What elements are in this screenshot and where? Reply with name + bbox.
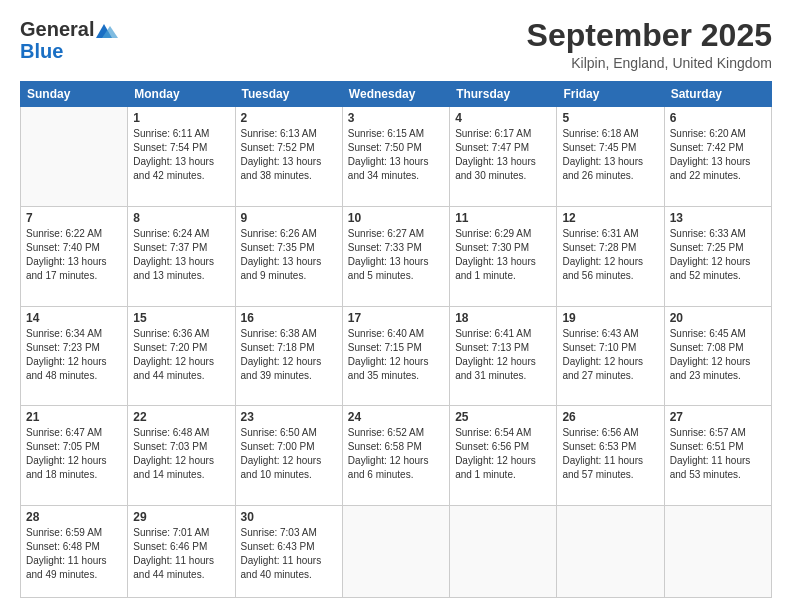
weekday-header: Thursday [450, 82, 557, 107]
cell-info: Sunrise: 6:59 AM Sunset: 6:48 PM Dayligh… [26, 526, 122, 582]
calendar-cell: 21Sunrise: 6:47 AM Sunset: 7:05 PM Dayli… [21, 406, 128, 506]
calendar-cell: 4Sunrise: 6:17 AM Sunset: 7:47 PM Daylig… [450, 107, 557, 207]
cell-info: Sunrise: 6:40 AM Sunset: 7:15 PM Dayligh… [348, 327, 444, 383]
cell-info: Sunrise: 6:22 AM Sunset: 7:40 PM Dayligh… [26, 227, 122, 283]
calendar-cell: 1Sunrise: 6:11 AM Sunset: 7:54 PM Daylig… [128, 107, 235, 207]
cell-info: Sunrise: 6:13 AM Sunset: 7:52 PM Dayligh… [241, 127, 337, 183]
page: General Blue September 2025 Kilpin, Engl… [0, 0, 792, 612]
cell-info: Sunrise: 6:45 AM Sunset: 7:08 PM Dayligh… [670, 327, 766, 383]
calendar-cell [342, 506, 449, 598]
calendar-cell: 6Sunrise: 6:20 AM Sunset: 7:42 PM Daylig… [664, 107, 771, 207]
cell-info: Sunrise: 6:15 AM Sunset: 7:50 PM Dayligh… [348, 127, 444, 183]
month-title: September 2025 [527, 18, 772, 53]
calendar-cell: 3Sunrise: 6:15 AM Sunset: 7:50 PM Daylig… [342, 107, 449, 207]
day-number: 16 [241, 311, 337, 325]
calendar-cell: 2Sunrise: 6:13 AM Sunset: 7:52 PM Daylig… [235, 107, 342, 207]
day-number: 7 [26, 211, 122, 225]
calendar-cell: 7Sunrise: 6:22 AM Sunset: 7:40 PM Daylig… [21, 206, 128, 306]
cell-info: Sunrise: 6:56 AM Sunset: 6:53 PM Dayligh… [562, 426, 658, 482]
day-number: 10 [348, 211, 444, 225]
cell-info: Sunrise: 6:18 AM Sunset: 7:45 PM Dayligh… [562, 127, 658, 183]
calendar-cell: 17Sunrise: 6:40 AM Sunset: 7:15 PM Dayli… [342, 306, 449, 406]
day-number: 4 [455, 111, 551, 125]
day-number: 17 [348, 311, 444, 325]
cell-info: Sunrise: 6:54 AM Sunset: 6:56 PM Dayligh… [455, 426, 551, 482]
calendar-week-row: 7Sunrise: 6:22 AM Sunset: 7:40 PM Daylig… [21, 206, 772, 306]
calendar-table: SundayMondayTuesdayWednesdayThursdayFrid… [20, 81, 772, 598]
day-number: 9 [241, 211, 337, 225]
cell-info: Sunrise: 6:27 AM Sunset: 7:33 PM Dayligh… [348, 227, 444, 283]
day-number: 12 [562, 211, 658, 225]
day-number: 11 [455, 211, 551, 225]
weekday-header: Saturday [664, 82, 771, 107]
cell-info: Sunrise: 6:33 AM Sunset: 7:25 PM Dayligh… [670, 227, 766, 283]
weekday-header: Monday [128, 82, 235, 107]
calendar-cell: 9Sunrise: 6:26 AM Sunset: 7:35 PM Daylig… [235, 206, 342, 306]
logo-blue: Blue [20, 41, 63, 61]
cell-info: Sunrise: 6:41 AM Sunset: 7:13 PM Dayligh… [455, 327, 551, 383]
cell-info: Sunrise: 6:26 AM Sunset: 7:35 PM Dayligh… [241, 227, 337, 283]
cell-info: Sunrise: 6:11 AM Sunset: 7:54 PM Dayligh… [133, 127, 229, 183]
calendar-cell: 19Sunrise: 6:43 AM Sunset: 7:10 PM Dayli… [557, 306, 664, 406]
cell-info: Sunrise: 6:48 AM Sunset: 7:03 PM Dayligh… [133, 426, 229, 482]
calendar-cell: 24Sunrise: 6:52 AM Sunset: 6:58 PM Dayli… [342, 406, 449, 506]
weekday-header: Friday [557, 82, 664, 107]
calendar-cell: 12Sunrise: 6:31 AM Sunset: 7:28 PM Dayli… [557, 206, 664, 306]
logo-general: General [20, 18, 94, 41]
calendar-cell: 20Sunrise: 6:45 AM Sunset: 7:08 PM Dayli… [664, 306, 771, 406]
calendar-week-row: 14Sunrise: 6:34 AM Sunset: 7:23 PM Dayli… [21, 306, 772, 406]
day-number: 13 [670, 211, 766, 225]
cell-info: Sunrise: 6:52 AM Sunset: 6:58 PM Dayligh… [348, 426, 444, 482]
calendar-cell: 16Sunrise: 6:38 AM Sunset: 7:18 PM Dayli… [235, 306, 342, 406]
calendar-cell: 14Sunrise: 6:34 AM Sunset: 7:23 PM Dayli… [21, 306, 128, 406]
cell-info: Sunrise: 6:34 AM Sunset: 7:23 PM Dayligh… [26, 327, 122, 383]
day-number: 29 [133, 510, 229, 524]
day-number: 30 [241, 510, 337, 524]
calendar-cell: 8Sunrise: 6:24 AM Sunset: 7:37 PM Daylig… [128, 206, 235, 306]
day-number: 27 [670, 410, 766, 424]
day-number: 18 [455, 311, 551, 325]
calendar-cell: 27Sunrise: 6:57 AM Sunset: 6:51 PM Dayli… [664, 406, 771, 506]
calendar-week-row: 1Sunrise: 6:11 AM Sunset: 7:54 PM Daylig… [21, 107, 772, 207]
calendar-cell: 26Sunrise: 6:56 AM Sunset: 6:53 PM Dayli… [557, 406, 664, 506]
cell-info: Sunrise: 6:38 AM Sunset: 7:18 PM Dayligh… [241, 327, 337, 383]
calendar-cell: 30Sunrise: 7:03 AM Sunset: 6:43 PM Dayli… [235, 506, 342, 598]
day-number: 5 [562, 111, 658, 125]
calendar-cell: 13Sunrise: 6:33 AM Sunset: 7:25 PM Dayli… [664, 206, 771, 306]
weekday-header: Tuesday [235, 82, 342, 107]
cell-info: Sunrise: 6:20 AM Sunset: 7:42 PM Dayligh… [670, 127, 766, 183]
calendar-cell: 11Sunrise: 6:29 AM Sunset: 7:30 PM Dayli… [450, 206, 557, 306]
calendar-cell: 23Sunrise: 6:50 AM Sunset: 7:00 PM Dayli… [235, 406, 342, 506]
calendar-cell: 18Sunrise: 6:41 AM Sunset: 7:13 PM Dayli… [450, 306, 557, 406]
cell-info: Sunrise: 6:24 AM Sunset: 7:37 PM Dayligh… [133, 227, 229, 283]
cell-info: Sunrise: 6:31 AM Sunset: 7:28 PM Dayligh… [562, 227, 658, 283]
day-number: 25 [455, 410, 551, 424]
day-number: 22 [133, 410, 229, 424]
calendar-week-row: 28Sunrise: 6:59 AM Sunset: 6:48 PM Dayli… [21, 506, 772, 598]
cell-info: Sunrise: 6:43 AM Sunset: 7:10 PM Dayligh… [562, 327, 658, 383]
calendar-cell: 15Sunrise: 6:36 AM Sunset: 7:20 PM Dayli… [128, 306, 235, 406]
calendar-cell [664, 506, 771, 598]
calendar-cell: 25Sunrise: 6:54 AM Sunset: 6:56 PM Dayli… [450, 406, 557, 506]
location: Kilpin, England, United Kingdom [527, 55, 772, 71]
day-number: 20 [670, 311, 766, 325]
cell-info: Sunrise: 6:36 AM Sunset: 7:20 PM Dayligh… [133, 327, 229, 383]
day-number: 2 [241, 111, 337, 125]
day-number: 15 [133, 311, 229, 325]
cell-info: Sunrise: 7:01 AM Sunset: 6:46 PM Dayligh… [133, 526, 229, 582]
day-number: 1 [133, 111, 229, 125]
cell-info: Sunrise: 6:57 AM Sunset: 6:51 PM Dayligh… [670, 426, 766, 482]
calendar-cell: 10Sunrise: 6:27 AM Sunset: 7:33 PM Dayli… [342, 206, 449, 306]
calendar-cell [450, 506, 557, 598]
logo-icon [96, 24, 118, 38]
day-number: 28 [26, 510, 122, 524]
day-number: 21 [26, 410, 122, 424]
cell-info: Sunrise: 6:17 AM Sunset: 7:47 PM Dayligh… [455, 127, 551, 183]
calendar-cell: 29Sunrise: 7:01 AM Sunset: 6:46 PM Dayli… [128, 506, 235, 598]
calendar-week-row: 21Sunrise: 6:47 AM Sunset: 7:05 PM Dayli… [21, 406, 772, 506]
calendar-cell: 5Sunrise: 6:18 AM Sunset: 7:45 PM Daylig… [557, 107, 664, 207]
day-number: 14 [26, 311, 122, 325]
calendar-cell: 28Sunrise: 6:59 AM Sunset: 6:48 PM Dayli… [21, 506, 128, 598]
cell-info: Sunrise: 6:29 AM Sunset: 7:30 PM Dayligh… [455, 227, 551, 283]
cell-info: Sunrise: 7:03 AM Sunset: 6:43 PM Dayligh… [241, 526, 337, 582]
